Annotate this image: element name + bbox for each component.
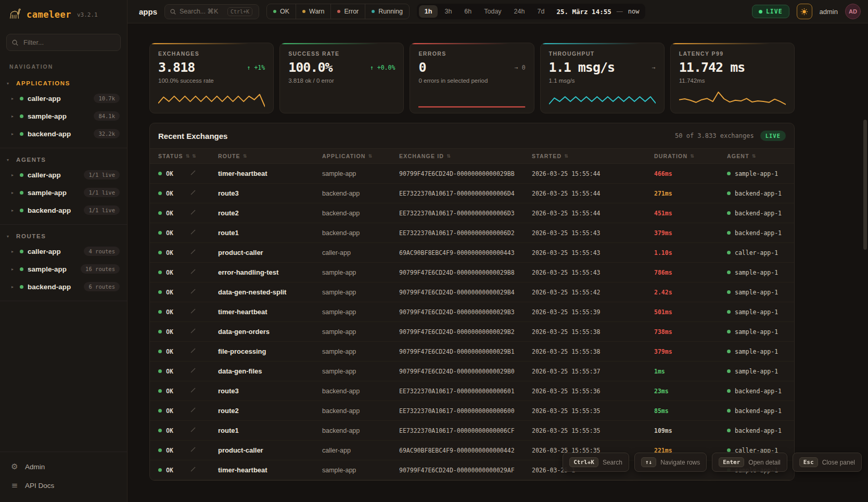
agent-status-dot [727, 191, 731, 195]
applications-section-header[interactable]: ▾ APPLICATIONS [0, 76, 127, 89]
stat-card[interactable]: ERRORS 0 → 0 0 errors in selected period [410, 43, 534, 113]
column-header[interactable]: STARTED ⇅ [532, 153, 654, 159]
stat-card-value: 1.1 msg/s [549, 60, 615, 75]
sidebar-item-agent[interactable]: ▸ backend-app 1/1 live [0, 201, 127, 219]
time-range-button[interactable]: 3h [439, 5, 457, 18]
agents-section-header[interactable]: ▾ AGENTS [0, 152, 127, 166]
table-summary: 50 of 3.833 exchanges [675, 132, 754, 139]
table-row[interactable]: OK error-handling-test sample-app 90799F… [150, 263, 794, 282]
footer-item-label: API Docs [25, 482, 54, 490]
scrollbar[interactable] [863, 25, 867, 501]
camel-logo-icon [8, 7, 22, 22]
duration-cell: 501ms [654, 308, 727, 316]
duration-cell: 109ms [654, 427, 727, 434]
column-header-label: DURATION [654, 153, 687, 159]
started-cell: 2026-03-25 15:55:39 [532, 308, 654, 316]
sort-icon: ⇅ [690, 153, 695, 159]
column-header[interactable]: ROUTE ⇅ [218, 153, 322, 159]
sidebar-item-route-group[interactable]: ▸ sample-app 16 routes [0, 260, 127, 278]
exchange-id-cell: EE7322370A10617-0000000000000600 [399, 407, 532, 415]
hint-key: ↑↓ [641, 457, 656, 467]
table-row[interactable]: OK product-caller caller-app 69AC90BF8EB… [150, 243, 794, 263]
avatar[interactable]: AD [845, 4, 861, 19]
status-filter[interactable]: Warn [296, 4, 331, 19]
sidebar-item-application[interactable]: ▸ sample-app 84.1k [0, 107, 127, 125]
duration-cell: 1ms [654, 368, 727, 375]
chevron-down-icon: ▾ [7, 158, 12, 162]
column-header[interactable]: DURATION ⇅ [654, 153, 727, 159]
route-cell: timer-heartbeat [218, 308, 322, 316]
stat-card-value: 100.0% [288, 60, 332, 75]
column-header[interactable]: ⇅ [189, 153, 218, 159]
stat-card-delta: ↑ +0.0% [370, 64, 395, 71]
stat-card[interactable]: LATENCY P99 11.742 ms 11.742ms [670, 43, 795, 113]
status-dot [302, 10, 305, 13]
column-header[interactable]: APPLICATION ⇅ [322, 153, 399, 159]
table-row[interactable]: OK data-gen-files sample-app 90799F47E6C… [150, 362, 794, 381]
ok-status-dot [158, 231, 162, 235]
column-header[interactable]: AGENT ⇅ [727, 153, 786, 159]
live-toggle[interactable]: LIVE [752, 5, 789, 18]
table-row[interactable]: OK route3 backend-app EE7322370A10617-00… [150, 184, 794, 203]
sidebar-item-route-group[interactable]: ▸ backend-app 6 routes [0, 278, 127, 295]
application-cell: backend-app [322, 388, 399, 395]
sidebar-item-application[interactable]: ▸ caller-app 10.7k [0, 89, 127, 107]
app-version: v3.2.1 [77, 11, 98, 18]
sort-icon: ⇅ [368, 153, 373, 159]
exchange-id-cell: 90799F47E6CD24D-00000000000029B3 [399, 308, 532, 316]
started-cell: 2026-03-25 15:55:42 [532, 289, 654, 296]
status-label: OK [166, 249, 173, 256]
search-input[interactable] [180, 8, 227, 15]
table-row[interactable]: OK data-gen-nested-split sample-app 9079… [150, 282, 794, 302]
app-title: cameleer [27, 9, 71, 20]
sidebar-item-application[interactable]: ▸ backend-app 32.2k [0, 125, 127, 143]
keyboard-hints: Ctrl+K Search ↑↓ Navigate rows Enter Ope… [563, 453, 862, 472]
agent-cell: sample-app-1 [727, 348, 786, 355]
table-row[interactable]: OK data-gen-orders sample-app 90799F47E6… [150, 322, 794, 342]
brand[interactable]: cameleer v3.2.1 [0, 0, 127, 29]
breadcrumb[interactable]: apps [139, 7, 157, 16]
status-filter[interactable]: OK [267, 4, 296, 19]
theme-toggle-button[interactable] [797, 4, 812, 19]
status-cell: OK [158, 210, 189, 217]
column-header[interactable]: EXCHANGE ID ⇅ [399, 153, 532, 159]
time-range-button[interactable]: 24h [508, 5, 531, 18]
stat-card[interactable]: THROUGHPUT 1.1 msg/s → 1.1 msg/s [540, 43, 665, 113]
routes-section-header[interactable]: ▾ ROUTES [0, 229, 127, 242]
table-row[interactable]: OK route1 backend-app EE7322370A10617-00… [150, 223, 794, 243]
agents-section: ▾ AGENTS ▸ caller-app 1/1 live ▸ sample-… [0, 148, 127, 225]
exchange-id-cell: EE7322370A10617-00000000000006D4 [399, 190, 532, 197]
stat-card[interactable]: EXCHANGES 3.818 ↑ +1% 100.0% success rat… [149, 43, 274, 113]
footer-item-label: Admin [25, 463, 45, 471]
agent-status-dot [727, 211, 731, 215]
sidebar-filter-input[interactable] [6, 34, 121, 51]
ok-status-dot [158, 271, 162, 274]
table-row[interactable]: OK timer-heartbeat sample-app 90799F47E6… [150, 164, 794, 184]
table-row[interactable]: OK route1 backend-app EE7322370A10617-00… [150, 421, 794, 441]
table-row[interactable]: OK route2 backend-app EE7322370A10617-00… [150, 401, 794, 421]
time-range-button[interactable]: 7d [531, 5, 550, 18]
table-row[interactable]: OK route3 backend-app EE7322370A10617-00… [150, 381, 794, 401]
table-row[interactable]: OK file-processing sample-app 90799F47E6… [150, 342, 794, 362]
sidebar-item-agent[interactable]: ▸ sample-app 1/1 live [0, 184, 127, 201]
stat-card-subtitle: 1.1 msg/s [549, 78, 656, 84]
time-range-button[interactable]: 1h [419, 5, 438, 18]
table-row[interactable]: OK timer-heartbeat sample-app 90799F47E6… [150, 302, 794, 322]
status-filter[interactable]: Error [331, 4, 365, 19]
status-label: OK [166, 210, 173, 217]
scrollbar-thumb[interactable] [863, 120, 867, 250]
sidebar-footer-item[interactable]: ⚙ Admin [0, 457, 127, 476]
application-cell: sample-app [322, 328, 399, 336]
chevron-right-icon: ▸ [11, 190, 16, 195]
global-search[interactable]: Ctrl+K [164, 4, 259, 19]
sidebar-item-route-group[interactable]: ▸ caller-app 4 routes [0, 242, 127, 260]
sidebar-item-agent[interactable]: ▸ caller-app 1/1 live [0, 166, 127, 184]
time-range-button[interactable]: 6h [458, 5, 477, 18]
status-filter[interactable]: Running [365, 4, 409, 19]
stat-card[interactable]: SUCCESS RATE 100.0% ↑ +0.0% 3.818 ok / 0… [279, 43, 404, 113]
time-range-button[interactable]: Today [478, 5, 507, 18]
table-row[interactable]: OK route2 backend-app EE7322370A10617-00… [150, 203, 794, 223]
sidebar-footer-item[interactable]: ≡ API Docs [0, 476, 127, 495]
status-label: OK [166, 348, 173, 355]
column-header[interactable]: STATUS ⇅ [158, 153, 189, 159]
